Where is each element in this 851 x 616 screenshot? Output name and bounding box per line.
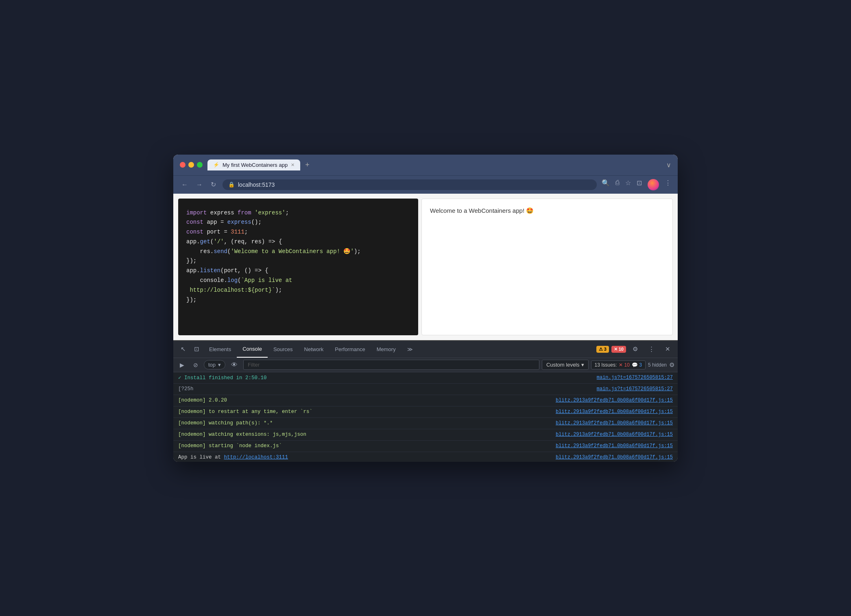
lock-icon: 🔒 (228, 181, 235, 188)
tab-lightning-icon: ⚡ (213, 162, 219, 168)
profile-avatar[interactable] (648, 179, 659, 190)
bookmark-icon[interactable]: ☆ (625, 179, 631, 190)
localhost-link[interactable]: http://localhost:3111 (224, 454, 288, 460)
search-icon[interactable]: 🔍 (602, 179, 610, 190)
new-tab-button[interactable]: + (302, 161, 313, 169)
preview-panel: Welcome to a WebContainers app! 🤩 (421, 199, 673, 335)
code-line-9: app.listen(port, () => { (186, 266, 410, 276)
tab-close-button[interactable]: ✕ (291, 162, 295, 168)
error-icon: ✕ (614, 347, 618, 352)
custom-levels-label: Custom levels (546, 362, 580, 368)
console-row-nodemon-5: [nodemon] starting `node index.js` blitz… (173, 441, 678, 452)
devtools-settings-icon[interactable]: ⚙ (628, 341, 642, 357)
extensions-icon[interactable]: ⊡ (637, 179, 642, 190)
issues-info-count: 💬 3 (632, 362, 642, 368)
preview-text: Welcome to a WebContainers app! 🤩 (430, 207, 664, 214)
forward-button[interactable]: → (194, 179, 204, 190)
nav-bar: ← → ↻ 🔒 localhost:5173 🔍 ⎙ ☆ ⊡ ⋮ (173, 175, 678, 194)
code-line-10: console.log(`App is live at (186, 276, 410, 286)
tab-sources[interactable]: Sources (268, 341, 299, 357)
code-line-2: const app = express(); (186, 218, 410, 227)
url-text: localhost:5173 (238, 181, 275, 188)
devtools-panel: ↖ ⊡ Elements Console Sources Network Per… (173, 340, 678, 462)
console-gear-icon[interactable]: ⚙ (669, 361, 674, 369)
tab-memory[interactable]: Memory (371, 341, 401, 357)
devtools-close-icon[interactable]: ✕ (661, 341, 674, 357)
console-output: ✓ Install finished in 2:50.10 main.js?t=… (173, 372, 678, 462)
install-source-link[interactable]: main.js?t=1675726505815:27 (597, 375, 673, 380)
issues-label: 13 Issues: (595, 362, 617, 368)
more-tabs-button[interactable]: ≫ (401, 341, 419, 357)
nodemon-2-text: [nodemon] to restart at any time, enter … (178, 409, 312, 415)
tab-elements[interactable]: Elements (203, 341, 237, 357)
console-row-nodemon-1: [nodemon] 2.0.20 blitz.2913a9f2fedb71…0b… (173, 395, 678, 406)
console-row-app-live: App is live at http://localhost:3111 bli… (173, 452, 678, 462)
device-icon[interactable]: ⊡ (190, 341, 203, 357)
address-bar[interactable]: 🔒 localhost:5173 (223, 179, 597, 190)
nodemon-5-link[interactable]: blitz.2913a9f2fedb71…0b08a6f00d17f.js:15 (556, 443, 673, 449)
row-25h-link[interactable]: main.js?t=1675726505815:27 (597, 386, 673, 392)
tab-network[interactable]: Network (299, 341, 329, 357)
app-live-text: App is live at http://localhost:3111 (178, 454, 288, 460)
browser-menu-icon[interactable]: ⋮ (665, 179, 671, 190)
issues-error-count: ✕ 10 (619, 362, 630, 368)
code-line-1: import express from 'express'; (186, 208, 410, 218)
console-row-25h: [?25h main.js?t=1675726505815:27 (173, 384, 678, 395)
console-row-install: ✓ Install finished in 2:50.10 main.js?t=… (173, 372, 678, 384)
error-count: 10 (619, 347, 624, 352)
refresh-button[interactable]: ↻ (209, 179, 218, 190)
nodemon-5-text: [nodemon] starting `node index.js` (178, 443, 282, 449)
back-button[interactable]: ← (180, 179, 190, 190)
warning-icon: ⚠ (599, 347, 603, 352)
hidden-count: 5 hidden (648, 362, 667, 368)
main-content: import express from 'express'; const app… (173, 194, 678, 340)
context-label: top (208, 362, 216, 368)
active-tab[interactable]: ⚡ My first WebContainers app ✕ (207, 159, 300, 170)
title-bar: ⚡ My first WebContainers app ✕ + ∨ (173, 155, 678, 175)
traffic-lights (180, 162, 203, 168)
app-live-link[interactable]: blitz.2913a9f2fedb71…0b08a6f00d17f.js:15 (556, 454, 673, 460)
tab-bar: ⚡ My first WebContainers app ✕ + (207, 159, 661, 170)
share-icon[interactable]: ⎙ (615, 179, 620, 190)
filter-input[interactable] (243, 360, 539, 370)
nodemon-4-link[interactable]: blitz.2913a9f2fedb71…0b08a6f00d17f.js:15 (556, 432, 673, 437)
tab-performance[interactable]: Performance (329, 341, 371, 357)
browser-window: ⚡ My first WebContainers app ✕ + ∨ ← → ↻… (173, 155, 678, 462)
custom-levels-dropdown[interactable]: Custom levels ▾ (542, 360, 589, 370)
console-row-nodemon-3: [nodemon] watching path(s): *.* blitz.29… (173, 418, 678, 429)
code-line-12: }); (186, 295, 410, 305)
console-row-nodemon-2: [nodemon] to restart at any time, enter … (173, 406, 678, 418)
code-line-6: res.send('Welcome to a WebContainers app… (186, 247, 410, 257)
nodemon-1-link[interactable]: blitz.2913a9f2fedb71…0b08a6f00d17f.js:15 (556, 398, 673, 403)
install-message: ✓ Install finished in 2:50.10 (178, 374, 267, 381)
window-dropdown-icon[interactable]: ∨ (666, 161, 671, 169)
warning-count: 3 (604, 347, 607, 352)
nodemon-3-link[interactable]: blitz.2913a9f2fedb71…0b08a6f00d17f.js:15 (556, 420, 673, 426)
console-row-nodemon-4: [nodemon] watching extensions: js,mjs,js… (173, 429, 678, 441)
tab-label: My first WebContainers app (223, 162, 288, 168)
row-25h-text: [?25h (178, 386, 194, 392)
devtools-more-icon[interactable]: ⋮ (644, 341, 659, 357)
nodemon-4-text: [nodemon] watching extensions: js,mjs,js… (178, 432, 306, 437)
console-toolbar: ▶ ⊘ top ▾ 👁 Custom levels ▾ 13 Issues: ✕… (173, 358, 678, 372)
issues-badge: 13 Issues: ✕ 10 💬 3 (591, 360, 646, 369)
custom-levels-arrow: ▾ (581, 362, 584, 368)
minimize-traffic-light[interactable] (188, 162, 194, 168)
context-selector[interactable]: top ▾ (204, 360, 225, 369)
console-block-icon[interactable]: ⊘ (190, 360, 201, 370)
console-play-icon[interactable]: ▶ (177, 360, 188, 370)
nodemon-1-text: [nodemon] 2.0.20 (178, 398, 227, 403)
warning-badge: ⚠ 3 (596, 346, 609, 353)
code-editor: import express from 'express'; const app… (178, 199, 418, 335)
devtools-right-actions: ⚠ 3 ✕ 10 ⚙ ⋮ ✕ (596, 341, 674, 357)
eye-icon[interactable]: 👁 (228, 360, 241, 370)
inspector-icon[interactable]: ↖ (177, 341, 190, 357)
maximize-traffic-light[interactable] (197, 162, 203, 168)
console-toolbar-right: Custom levels ▾ 13 Issues: ✕ 10 💬 3 5 hi… (542, 360, 674, 370)
close-traffic-light[interactable] (180, 162, 185, 168)
nav-actions: 🔍 ⎙ ☆ ⊡ ⋮ (602, 179, 671, 190)
code-line-7: }); (186, 256, 410, 266)
code-line-11: http://localhost:${port}`); (186, 286, 410, 295)
nodemon-2-link[interactable]: blitz.2913a9f2fedb71…0b08a6f00d17f.js:15 (556, 409, 673, 415)
tab-console[interactable]: Console (237, 341, 268, 358)
